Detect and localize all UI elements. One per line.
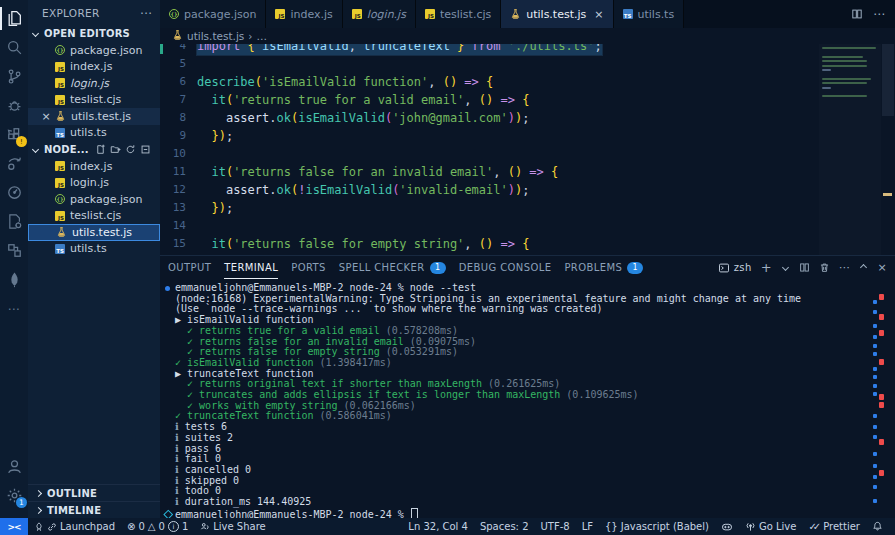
mongodb-icon[interactable]	[0, 265, 28, 294]
terminal-dropdown-icon[interactable]	[782, 264, 789, 271]
source-control-icon[interactable]	[0, 62, 28, 91]
search-icon[interactable]	[0, 33, 28, 62]
outline-header[interactable]: OUTLINE	[28, 484, 160, 501]
line-text: it('returns true for a valid email', () …	[197, 91, 529, 109]
tab-teslist.cjs[interactable]: JSteslist.cjs	[416, 0, 501, 28]
eol-sequence[interactable]: LF	[576, 518, 599, 535]
code-line-6[interactable]: 6describe('isEmailValid function', () =>…	[160, 73, 895, 91]
prettier-item[interactable]: ✓✓ Prettier	[802, 518, 866, 535]
code-line-14[interactable]: 14	[160, 217, 895, 235]
open-editor-package.json[interactable]: {}package.json	[28, 42, 160, 59]
kill-terminal-trash-icon[interactable]	[819, 262, 830, 273]
split-terminal-icon[interactable]	[799, 262, 810, 273]
refresh-icon[interactable]	[125, 144, 136, 155]
notifications-bell-icon[interactable]	[866, 518, 889, 535]
new-folder-icon[interactable]	[110, 144, 121, 155]
go-live-item[interactable]: Go Live	[739, 518, 802, 535]
debug-bug-icon[interactable]	[0, 91, 28, 120]
tab-package.json[interactable]: {}package.json	[160, 0, 266, 28]
new-file-icon[interactable]	[95, 144, 106, 155]
timeline-header[interactable]: TIMELINE	[28, 501, 160, 518]
line-number: 9	[160, 127, 197, 145]
panel-tab-problems[interactable]: PROBLEMS1	[564, 256, 643, 279]
code-line-9[interactable]: 9 });	[160, 127, 895, 145]
language-mode[interactable]: {} Javascript (Babel)	[599, 518, 715, 535]
terminal-output[interactable]: emmanueljohn@Emmanuels-MBP-2 node-24 % n…	[160, 280, 895, 518]
code-line-15[interactable]: 15 it('returns false for empty string', …	[160, 235, 895, 253]
code-line-8[interactable]: 8 assert.ok(isEmailValid('john@gmail.com…	[160, 109, 895, 127]
file-package.json[interactable]: {}package.json	[28, 191, 160, 208]
file-teslist.cjs[interactable]: JSteslist.cjs	[28, 208, 160, 225]
accounts-icon[interactable]	[0, 452, 28, 481]
settings-gear-icon[interactable]: 1	[0, 481, 28, 510]
launchpad-item[interactable]: Launchpad	[28, 518, 121, 535]
editor-more-icon[interactable]: ⋯	[873, 7, 885, 21]
close-tab-icon[interactable]: ×	[594, 8, 603, 21]
panel-tab-terminal[interactable]: TERMINAL	[224, 256, 278, 279]
minimap[interactable]	[819, 44, 881, 255]
panel-actions: zsh + ⋯ ×	[718, 260, 887, 275]
scrollbar-slider[interactable]	[882, 44, 894, 116]
open-editor-index.js[interactable]: JSindex.js	[28, 59, 160, 76]
breadcrumb-file[interactable]: utils.test.js	[187, 30, 244, 42]
code-line-10[interactable]: 10	[160, 145, 895, 163]
open-editor-teslist.cjs[interactable]: JSteslist.cjs	[28, 92, 160, 109]
live-share-sessions-icon[interactable]	[0, 236, 28, 265]
tab-index.js[interactable]: JSindex.js	[266, 0, 342, 28]
maximize-panel-icon[interactable]	[860, 264, 867, 271]
code-line-5[interactable]: 5	[160, 55, 895, 73]
open-editor-utils.ts[interactable]: TSutils.ts	[28, 125, 160, 142]
tab-utils.test.js[interactable]: utils.test.js×	[501, 0, 613, 28]
file-utils.ts[interactable]: TSutils.ts	[28, 241, 160, 258]
chevron-down-icon	[32, 30, 39, 37]
code-line-12[interactable]: 12 assert.ok(!isEmailValid('invalid-emai…	[160, 181, 895, 199]
open-editor-login.js[interactable]: JSlogin.js	[28, 75, 160, 92]
open-editor-utils.test.js[interactable]: ×utils.test.js	[28, 108, 160, 125]
folder-header[interactable]: NODE...	[28, 141, 160, 158]
cursor-position[interactable]: Ln 32, Col 4	[402, 518, 474, 535]
editor-tab-bar: {}package.jsonJSindex.jsJSlogin.jsJStesl…	[160, 0, 895, 28]
code-runner-icon[interactable]	[0, 207, 28, 236]
terminal-icon	[718, 262, 730, 274]
file-login.js[interactable]: JSlogin.js	[28, 175, 160, 192]
live-share-item[interactable]: Live Share	[194, 518, 271, 535]
remote-share-icon[interactable]	[0, 149, 28, 178]
indentation[interactable]: Spaces: 2	[474, 518, 535, 535]
encoding[interactable]: UTF-8	[535, 518, 576, 535]
history-timer-icon[interactable]	[0, 178, 28, 207]
code-editor[interactable]: 4import { isEmailValid, truncateText } f…	[160, 44, 895, 255]
tab-label: index.js	[290, 8, 332, 21]
split-editor-icon[interactable]	[851, 8, 863, 20]
explorer-icon[interactable]	[0, 4, 28, 33]
collapse-all-icon[interactable]	[140, 144, 151, 155]
panel-tab-output[interactable]: OUTPUT	[168, 256, 211, 279]
breadcrumb[interactable]: utils.test.js › …	[160, 28, 895, 44]
open-editors-header[interactable]: OPEN EDITORS	[28, 25, 160, 42]
close-editor-icon[interactable]: ×	[40, 110, 52, 123]
panel-tab-ports[interactable]: PORTS	[291, 256, 326, 279]
extensions-icon[interactable]: !	[0, 120, 28, 149]
more-actions-icon[interactable]: ⋯	[0, 294, 28, 323]
tab-login.js[interactable]: JSlogin.js	[343, 0, 416, 28]
file-utils.test.js[interactable]: utils.test.js	[28, 224, 160, 241]
panel-more-icon[interactable]: ⋯	[839, 261, 850, 274]
close-panel-icon[interactable]: ×	[877, 261, 887, 274]
test-flask-icon	[172, 29, 183, 41]
code-line-7[interactable]: 7 it('returns true for a valid email', (…	[160, 91, 895, 109]
code-line-11[interactable]: 11 it('returns false for an invalid emai…	[160, 163, 895, 181]
overview-ruler[interactable]	[881, 44, 895, 255]
status-bar: >< Launchpad ⊗ 0 △ 0 i 1 Live Share Ln 3…	[0, 518, 895, 535]
problems-status-item[interactable]: ⊗ 0 △ 0 i 1	[121, 518, 194, 535]
tab-utils.ts[interactable]: TSutils.ts	[614, 0, 685, 28]
code-line-13[interactable]: 13 });	[160, 199, 895, 217]
code-line-4[interactable]: 4import { isEmailValid, truncateText } f…	[160, 44, 895, 55]
terminal-shell-selector[interactable]: zsh	[718, 262, 752, 274]
explorer-more-icon[interactable]: ⋯	[140, 6, 152, 20]
panel-tab-debug-console[interactable]: DEBUG CONSOLE	[459, 256, 552, 279]
breadcrumb-more[interactable]: …	[257, 30, 268, 42]
copilot-status-icon[interactable]	[715, 518, 739, 535]
panel-tab-spell-checker[interactable]: SPELL CHECKER1	[339, 256, 446, 279]
new-terminal-icon[interactable]: +	[761, 260, 772, 275]
file-index.js[interactable]: JSindex.js	[28, 158, 160, 175]
remote-indicator[interactable]: ><	[0, 518, 28, 535]
